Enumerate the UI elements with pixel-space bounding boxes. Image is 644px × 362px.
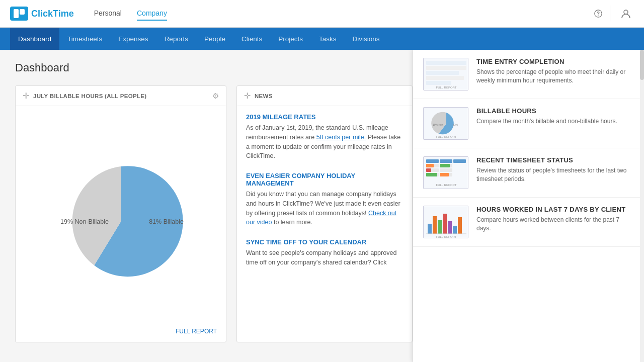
time-entry-option-title: TIME ENTRY COMPLETION [476, 58, 634, 65]
secondary-nav: Dashboard Timesheets Expenses Reports Pe… [0, 28, 644, 50]
news-item-holiday: EVEN EASIER COMPANY HOLIDAY MANAGEMENT D… [246, 172, 403, 227]
svg-rect-9 [426, 76, 464, 80]
nav-divisions[interactable]: Divisions [345, 28, 388, 50]
svg-rect-18 [440, 159, 452, 163]
svg-text:FULL REPORT: FULL REPORT [436, 184, 456, 187]
svg-rect-36 [443, 214, 447, 234]
panel-option-billable[interactable]: 19% Non 81% FULL REPORT BILLABLE HOURS C… [413, 99, 644, 148]
nav-people[interactable]: People [196, 28, 233, 50]
nav-timesheets[interactable]: Timesheets [59, 28, 110, 50]
timesheet-option-desc: Review the status of people's timesheets… [476, 166, 634, 184]
svg-rect-33 [428, 224, 432, 234]
svg-text:81%: 81% [453, 123, 458, 126]
nav-expenses[interactable]: Expenses [110, 28, 156, 50]
billable-hours-panel: ✛ JULY BILLABLE HOURS (ALL PEOPLE) ⚙ [15, 85, 226, 342]
drag-icon[interactable]: ✛ [23, 91, 29, 101]
news-item-sync: SYNC TIME OFF TO YOUR CALENDAR Want to s… [246, 238, 403, 267]
top-nav: Personal Company [94, 7, 594, 21]
news-title-sync[interactable]: SYNC TIME OFF TO YOUR CALENDAR [246, 238, 403, 246]
news-item-mileage: 2019 MILEAGE RATES As of January 1st, 20… [246, 113, 403, 161]
svg-rect-21 [426, 164, 434, 167]
non-billable-label: 19% Non-Billable [60, 218, 109, 225]
news-text-sync: Want to see people's company holidays an… [246, 248, 403, 267]
timesheet-option-title: RECENT TIMESHEET STATUS [476, 156, 634, 164]
logo-text: ClickTime [31, 9, 74, 19]
news-panel: ✛ NEWS 2019 MILEAGE RATES As of January … [236, 85, 413, 342]
time-entry-thumbnail: FULL REPORT [423, 58, 468, 90]
billable-panel-header: ✛ JULY BILLABLE HOURS (ALL PEOPLE) ⚙ [16, 86, 226, 106]
full-report-link[interactable]: FULL REPORT [176, 328, 217, 335]
news-header-left: ✛ NEWS [244, 91, 273, 101]
settings-gear-icon[interactable]: ⚙ [212, 92, 219, 101]
top-bar: ClickTime Personal Company ? [0, 0, 644, 28]
main-content: Dashboard + Add Panel ▾ ✛ JULY BILLABLE … [0, 50, 644, 362]
hours-client-option-desc: Compare hours worked between clients for… [476, 216, 634, 233]
svg-rect-0 [14, 9, 19, 18]
panel-option-timesheet[interactable]: FULL REPORT RECENT TIMESHEET STATUS Revi… [413, 148, 644, 198]
svg-rect-17 [426, 159, 439, 163]
svg-rect-39 [458, 217, 462, 234]
hours-client-option-info: HOURS WORKED IN LAST 7 DAYS BY CLIENT Co… [476, 206, 634, 233]
nav-clients[interactable]: Clients [233, 28, 270, 50]
panels-row: ✛ JULY BILLABLE HOURS (ALL PEOPLE) ⚙ [15, 85, 629, 342]
svg-text:?: ? [597, 11, 600, 17]
billable-panel-body: 19% Non-Billable 81% Billable FULL REPOR… [16, 106, 226, 342]
svg-rect-23 [440, 164, 450, 167]
time-entry-info: TIME ENTRY COMPLETION Shows the percenta… [476, 58, 634, 85]
panel-option-time-entry[interactable]: FULL REPORT TIME ENTRY COMPLETION Shows … [413, 50, 644, 99]
timesheet-option-info: RECENT TIMESHEET STATUS Review the statu… [476, 156, 634, 184]
hours-client-option-title: HOURS WORKED IN LAST 7 DAYS BY CLIENT [476, 206, 634, 213]
news-text-holiday: Did you know that you can manage company… [246, 190, 403, 227]
svg-point-4 [624, 10, 628, 14]
logo[interactable]: ClickTime [10, 7, 74, 21]
news-panel-title: NEWS [255, 93, 273, 99]
svg-rect-8 [426, 71, 459, 75]
svg-rect-10 [426, 81, 451, 85]
billable-option-title: BILLABLE HOURS [476, 107, 634, 115]
nav-tasks[interactable]: Tasks [311, 28, 345, 50]
svg-text:FULL REPORT: FULL REPORT [436, 135, 456, 138]
top-right: ? [594, 6, 634, 22]
news-drag-icon[interactable]: ✛ [244, 91, 251, 101]
billable-label: 81% Billable [149, 218, 184, 225]
svg-rect-38 [453, 226, 457, 234]
add-panel-overlay: FULL REPORT TIME ENTRY COMPLETION Shows … [413, 50, 644, 362]
top-nav-personal[interactable]: Personal [94, 7, 122, 21]
scrollbar-thumb[interactable] [640, 50, 644, 80]
news-title-holiday[interactable]: EVEN EASIER COMPANY HOLIDAY MANAGEMENT [246, 172, 403, 187]
svg-rect-19 [453, 159, 466, 163]
time-entry-option-desc: Shows the percentage of people who meet … [476, 68, 634, 85]
news-text-holiday-after: to learn more. [272, 219, 312, 226]
billable-option-info: BILLABLE HOURS Compare the month's billa… [476, 107, 634, 126]
pie-chart: 19% Non-Billable 81% Billable [50, 151, 191, 292]
svg-rect-25 [426, 168, 431, 172]
svg-rect-34 [433, 216, 437, 234]
news-panel-header: ✛ NEWS [237, 86, 412, 106]
svg-rect-28 [426, 173, 437, 176]
help-icon[interactable]: ? [594, 6, 610, 22]
news-title-mileage[interactable]: 2019 MILEAGE RATES [246, 113, 403, 121]
billable-thumbnail: 19% Non 81% FULL REPORT [423, 107, 468, 140]
svg-rect-26 [440, 168, 452, 172]
svg-rect-30 [440, 173, 449, 176]
mileage-link[interactable]: 58 cents per mile. [316, 134, 366, 141]
nav-reports[interactable]: Reports [156, 28, 196, 50]
panel-option-hours-client[interactable]: FULL REPORT HOURS WORKED IN LAST 7 DAYS … [413, 198, 644, 247]
nav-projects[interactable]: Projects [270, 28, 311, 50]
scrollbar-track [640, 50, 644, 362]
billable-panel-title: JULY BILLABLE HOURS (ALL PEOPLE) [33, 93, 146, 99]
logo-icon [10, 7, 28, 21]
user-icon[interactable] [618, 6, 634, 22]
svg-text:FULL REPORT: FULL REPORT [436, 235, 456, 238]
panel-header-left: ✛ JULY BILLABLE HOURS (ALL PEOPLE) [23, 91, 146, 101]
timesheet-thumbnail: FULL REPORT [423, 156, 468, 189]
svg-rect-7 [426, 66, 466, 70]
top-nav-company[interactable]: Company [137, 7, 167, 21]
news-text-mileage: As of January 1st, 2019, the standard U.… [246, 123, 403, 161]
nav-dashboard[interactable]: Dashboard [10, 28, 59, 50]
billable-option-desc: Compare the month's billable and non-bil… [476, 117, 634, 126]
svg-rect-6 [426, 61, 466, 65]
svg-rect-35 [438, 220, 442, 234]
svg-text:19% Non: 19% Non [433, 123, 443, 126]
svg-text:FULL REPORT: FULL REPORT [436, 86, 456, 89]
